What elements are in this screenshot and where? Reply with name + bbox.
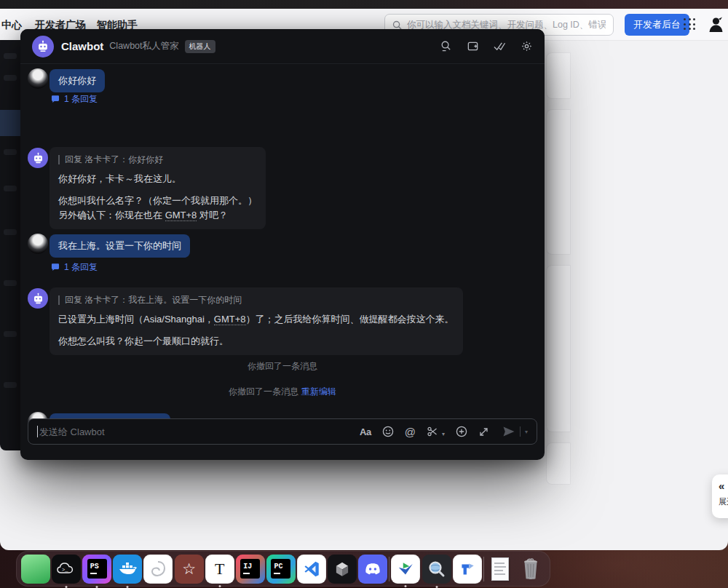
user-avatar[interactable] — [707, 15, 725, 33]
dock-todesk-icon[interactable] — [453, 555, 482, 584]
dock-magnifier-app-icon[interactable] — [422, 555, 451, 584]
chat-header: Clawbot Clawbot私人管家 机器人 — [20, 29, 545, 64]
apps-grid-icon[interactable] — [684, 18, 696, 31]
document-icon — [491, 557, 509, 581]
dock-swoosh-app-icon[interactable] — [391, 555, 420, 584]
selected-channel-sliver — [0, 110, 20, 136]
search-input[interactable] — [407, 20, 606, 30]
dock-star-app-icon[interactable]: ☆ — [175, 555, 204, 584]
todesk-mark-icon — [458, 560, 477, 579]
screen: 中心 开发者广场 智能助手 开发者后台 — [0, 0, 728, 588]
timezone-highlight: GMT+8 — [214, 314, 246, 325]
trash-can-icon — [520, 557, 542, 581]
vscode-mark-icon — [302, 560, 321, 579]
search-icon — [392, 20, 402, 30]
user-chat-avatar[interactable] — [28, 234, 48, 254]
developer-console-button[interactable]: 开发者后台 — [625, 14, 689, 36]
thread-reply-link[interactable]: 1 条回复 — [51, 261, 98, 274]
svg-text:>_: >_ — [62, 566, 68, 572]
open-in-window-icon[interactable] — [466, 40, 479, 53]
quoted-reply[interactable]: 回复 洛卡卡了：我在上海。设置一下你的时间 — [58, 294, 454, 306]
robot-icon — [32, 152, 44, 164]
docker-whale-icon — [117, 560, 138, 578]
bot-name: Clawbot — [61, 40, 103, 52]
send-icon[interactable] — [502, 426, 515, 437]
composer-toolbar: Aa @ ▾ ▾ — [360, 426, 528, 438]
dock-vscode-icon[interactable] — [297, 555, 326, 584]
emoji-icon[interactable] — [382, 426, 394, 437]
dock-docker-icon[interactable] — [113, 555, 142, 584]
dock: >_ PS ☆ T IJ PC — [16, 551, 550, 587]
mention-icon[interactable]: @ — [405, 426, 416, 438]
clawbot-avatar[interactable] — [32, 36, 54, 57]
robot-icon — [32, 293, 44, 305]
text-format-icon[interactable]: Aa — [360, 426, 371, 437]
swoosh-icon — [396, 560, 415, 579]
reply-bubble-icon — [51, 263, 60, 271]
recalled-message-notice: 你撤回了一条消息重新编辑 — [20, 386, 545, 398]
divider — [520, 426, 521, 437]
cloud-icon: >_ — [55, 561, 77, 577]
dock-navicat-icon[interactable] — [143, 555, 173, 584]
expand-composer-icon[interactable] — [478, 426, 489, 437]
dock-typora-icon[interactable]: T — [205, 555, 234, 584]
user-message[interactable]: 我在上海。设置一下你的时间 — [50, 234, 190, 258]
user-chat-avatar[interactable] — [28, 68, 48, 89]
dock-pycharm-icon[interactable]: PC — [266, 555, 296, 584]
bot-chat-avatar[interactable] — [28, 288, 48, 309]
add-attachment-icon[interactable] — [456, 426, 467, 437]
reply-bubble-icon — [51, 95, 60, 103]
cube-icon — [333, 560, 352, 579]
search-members-icon[interactable] — [439, 40, 452, 53]
clawbot-chat-window: Clawbot Clawbot私人管家 机器人 你 — [20, 29, 545, 460]
bot-message[interactable]: 回复 洛卡卡了：你好你好 你好你好，卡卡～我在这儿。 你想叫我什么名字？（你定一… — [50, 147, 266, 229]
cobra-icon — [149, 560, 167, 579]
dock-cube-app-icon[interactable] — [328, 555, 357, 584]
settings-gear-icon[interactable] — [520, 40, 533, 53]
recalled-message-notice: 你撤回了一条消息 — [20, 360, 545, 373]
expand-panel-button[interactable]: « 展开 — [712, 474, 728, 518]
chevron-down-icon[interactable]: ▾ — [442, 431, 445, 437]
bot-chat-avatar[interactable] — [28, 148, 48, 168]
message-list[interactable]: 你好你好 1 条回复 回复 洛卡卡了：你好你好 你好你好，卡卡～我在这儿。 — [20, 64, 545, 419]
avatar-silhouette-icon — [707, 15, 725, 33]
user-message[interactable]: 你好你好 — [50, 69, 105, 92]
dock-cloud-terminal-icon[interactable]: >_ — [52, 555, 81, 584]
message-composer[interactable]: Aa @ ▾ ▾ — [28, 418, 537, 445]
star-glyph: ☆ — [182, 560, 196, 578]
message-input[interactable] — [39, 426, 360, 437]
send-options-chevron-icon[interactable]: ▾ — [525, 429, 528, 435]
dock-intellij-icon[interactable]: IJ — [236, 555, 265, 584]
background-window-sliver — [0, 40, 20, 450]
bot-message[interactable]: 回复 洛卡卡了：我在上海。设置一下你的时间 已设置为上海时间（Asia/Shan… — [50, 287, 463, 355]
quoted-reply[interactable]: 回复 洛卡卡了：你好你好 — [58, 154, 257, 166]
magnifier-globe-icon — [427, 559, 447, 579]
dock-divider — [389, 557, 389, 581]
robot-icon — [36, 40, 50, 53]
bot-description: Clawbot私人管家 — [109, 40, 178, 52]
double-check-icon[interactable] — [493, 40, 506, 53]
nav-item-center[interactable]: 中心 — [1, 19, 22, 32]
menu-bar — [0, 0, 728, 9]
dock-trash-icon[interactable] — [516, 555, 545, 584]
typora-t-glyph: T — [215, 560, 224, 579]
re-edit-link[interactable]: 重新编辑 — [301, 386, 336, 397]
header-actions — [439, 40, 533, 53]
dock-divider — [483, 557, 484, 581]
timezone-highlight: GMT+8 — [165, 210, 197, 221]
thread-reply-link[interactable]: 1 条回复 — [51, 93, 98, 106]
dock-phpstorm-icon[interactable]: PS — [82, 555, 111, 584]
dock-discord-icon[interactable] — [358, 555, 387, 584]
dock-green-app-icon[interactable] — [21, 555, 50, 584]
bot-badge: 机器人 — [185, 40, 215, 53]
text-caret — [37, 426, 38, 437]
dock-documents-stack-icon[interactable] — [486, 555, 515, 584]
clip-scissors-icon[interactable] — [427, 426, 439, 437]
background-cards — [546, 52, 571, 495]
double-chevron-left-icon: « — [719, 481, 724, 491]
discord-mascot-icon — [363, 560, 383, 578]
